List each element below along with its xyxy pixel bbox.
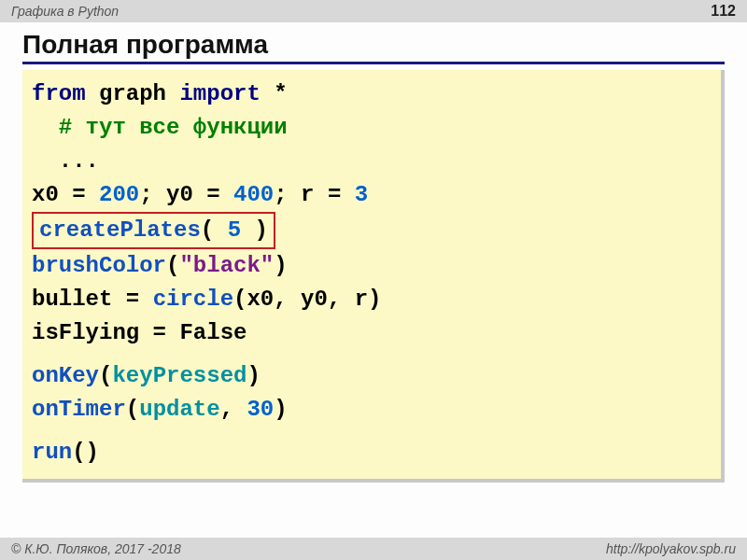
fn-run: run [32,440,72,465]
slide-footer: © К.Ю. Поляков, 2017 -2018 http://kpolya… [0,538,747,560]
slide-header: Графика в Python 112 [0,0,747,22]
spacer [32,350,712,359]
slide-title: Полная программа [22,30,725,64]
fn-circle: circle [153,287,233,312]
code-line: isFlying = False [32,316,712,350]
code-line: from graph import * [32,77,712,111]
code-line: onKey(keyPressed) [32,359,712,393]
keyword-from: from [32,81,86,106]
fn-brushColor: brushColor [32,253,166,278]
keyword-import: import [179,81,260,106]
code-comment: # тут все функции [32,111,712,145]
highlight-box: createPlates( 5 ) [32,212,275,249]
footer-url: http://kpolyakov.spb.ru [606,541,736,556]
code-line: ... [32,145,712,178]
arg-keyPressed: keyPressed [112,363,247,388]
code-block: from graph import * # тут все функции ..… [22,70,725,483]
slide-content: Полная программа from graph import * # т… [0,22,747,483]
arg-update: update [139,397,219,422]
code-line-highlighted: createPlates( 5 ) [32,212,712,249]
fn-onKey: onKey [32,363,99,388]
code-line: onTimer(update, 30) [32,393,712,427]
code-line: run() [32,436,712,469]
string-literal: "black" [179,253,274,278]
fn-createPlates: createPlates [39,217,201,243]
spacer [32,427,712,436]
code-line: brushColor("black") [32,249,712,283]
fn-onTimer: onTimer [32,397,126,422]
page-number: 112 [711,3,736,20]
topic-label: Графика в Python [11,4,119,19]
copyright-label: © К.Ю. Поляков, 2017 -2018 [11,541,181,556]
code-line: bullet = circle(x0, y0, r) [32,283,712,316]
code-line: x0 = 200; y0 = 400; r = 3 [32,178,712,212]
